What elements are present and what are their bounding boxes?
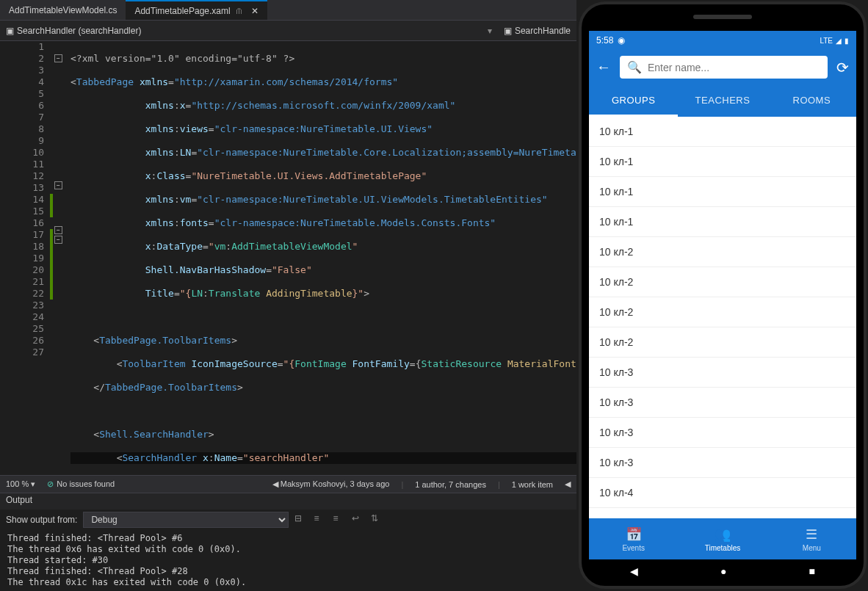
sync-icon[interactable]: ⟳ xyxy=(836,59,849,76)
output-toolbar: Show output from: Debug ⊟ ≡ ≡ ↩ ⇅ xyxy=(0,510,576,530)
list-item[interactable]: 10 кл-3 xyxy=(589,418,856,448)
android-statusbar: 5:58 ◉ LTE ◢ ▮ xyxy=(589,31,856,50)
output-content[interactable]: Thread finished: <Thread Pool> #6 The th… xyxy=(0,530,576,591)
object-icon: ▣ xyxy=(6,26,14,36)
network-label: LTE xyxy=(820,37,833,45)
codelens-workitem[interactable]: 1 work item xyxy=(512,480,553,489)
signal-icon: ◢ xyxy=(836,37,842,45)
ide-window: AddTimetableViewModel.cs AddTimetablePag… xyxy=(0,0,576,591)
outdent-icon[interactable]: ≡ xyxy=(333,513,346,526)
nav-scope-right[interactable]: ▣ SearchHandle xyxy=(498,24,576,37)
speaker-icon xyxy=(693,15,752,19)
items-list[interactable]: 10 кл-1 10 кл-1 10 кл-1 10 кл-1 10 кл-2 … xyxy=(589,117,856,518)
list-item[interactable]: 10 кл-2 xyxy=(589,327,856,358)
tab-teachers[interactable]: TEACHERS xyxy=(678,86,767,117)
tab-xaml[interactable]: AddTimetablePage.xaml ⫙ ✕ xyxy=(126,0,267,20)
list-item[interactable]: 10 кл-4 xyxy=(589,478,856,508)
list-item[interactable]: 10 кл-3 xyxy=(589,358,856,388)
clock: 5:58 xyxy=(596,35,613,46)
home-button[interactable]: ● xyxy=(720,565,726,577)
back-arrow-icon[interactable]: ← xyxy=(596,59,611,76)
debug-icon: ◉ xyxy=(618,35,625,46)
search-icon: 🔍 xyxy=(627,60,642,74)
output-line: The thread 0x1c has exited with code 0 (… xyxy=(7,577,569,588)
nav-events[interactable]: 📅 Events xyxy=(589,518,678,559)
list-item[interactable]: 10 кл-2 xyxy=(589,267,856,297)
codelens-author[interactable]: ◀ Maksym Koshovyi, 3 days ago xyxy=(272,479,390,489)
tab-viewmodel[interactable]: AddTimetableViewModel.cs xyxy=(0,0,126,20)
wordwrap-icon[interactable]: ↩ xyxy=(352,513,365,526)
android-emulator: 5:58 ◉ LTE ◢ ▮ ← 🔍 ⟳ GROUPS TEACHERS xyxy=(579,1,867,589)
code-editor[interactable]: 1234567891011121314151617181920212223242… xyxy=(0,41,576,475)
menu-icon: ☰ xyxy=(806,526,817,543)
list-item[interactable]: 10 кл-1 xyxy=(589,177,856,207)
code-content[interactable]: <?xml version="1.0" encoding="utf-8" ?> … xyxy=(66,41,576,475)
output-source-select[interactable]: Debug xyxy=(83,512,289,528)
calendar-icon: 📅 xyxy=(626,526,642,543)
list-item[interactable]: 10 кл-4 xyxy=(589,508,856,518)
tab-rooms[interactable]: ROOMS xyxy=(767,86,856,117)
issues-status[interactable]: ⊘No issues found xyxy=(47,479,115,489)
list-item[interactable]: 10 кл-3 xyxy=(589,448,856,478)
nav-scope-left[interactable]: ▣ SearchHandler (searchHandler) ▾ xyxy=(0,24,498,37)
list-item[interactable]: 10 кл-1 xyxy=(589,147,856,177)
fold-icon[interactable]: − xyxy=(54,236,62,244)
clear-icon[interactable]: ⊟ xyxy=(294,513,308,526)
output-line: Thread started: #30 xyxy=(7,555,569,566)
battery-icon: ▮ xyxy=(845,37,849,45)
app-header: ← 🔍 ⟳ xyxy=(589,50,856,86)
output-line: Thread finished: <Thread Pool> #6 xyxy=(7,533,569,544)
list-item[interactable]: 10 кл-1 xyxy=(589,117,856,147)
nav-timetables[interactable]: 👥 Timetables xyxy=(678,518,767,559)
list-item[interactable]: 10 кл-2 xyxy=(589,297,856,327)
android-system-nav: ◀ ● ■ xyxy=(589,561,856,581)
search-input[interactable] xyxy=(648,62,820,73)
chevron-down-icon: ▾ xyxy=(488,26,492,36)
bottom-nav: 📅 Events 👥 Timetables ☰ Menu xyxy=(589,518,856,559)
codelens-changes[interactable]: 1 author, 7 changes xyxy=(415,480,486,489)
back-button[interactable]: ◀ xyxy=(630,565,638,577)
output-title: Output xyxy=(0,493,576,510)
list-item[interactable]: 10 кл-2 xyxy=(589,237,856,267)
tab-groups[interactable]: GROUPS xyxy=(589,86,678,117)
search-box[interactable]: 🔍 xyxy=(620,56,828,79)
nav-menu[interactable]: ☰ Menu xyxy=(767,518,856,559)
device-screen: 5:58 ◉ LTE ◢ ▮ ← 🔍 ⟳ GROUPS TEACHERS xyxy=(589,31,856,559)
fold-icon[interactable]: − xyxy=(54,226,62,234)
people-icon: 👥 xyxy=(715,526,731,543)
output-panel: Output Show output from: Debug ⊟ ≡ ≡ ↩ ⇅… xyxy=(0,493,576,591)
zoom-level[interactable]: 100 % ▾ xyxy=(6,479,35,489)
toggle-icon[interactable]: ⇅ xyxy=(371,513,384,526)
editor-status-bar: 100 % ▾ ⊘No issues found ◀ Maksym Koshov… xyxy=(0,475,576,493)
list-item[interactable]: 10 кл-1 xyxy=(589,207,856,237)
object-icon: ▣ xyxy=(504,26,512,36)
document-tabs: AddTimetableViewModel.cs AddTimetablePag… xyxy=(0,0,576,21)
fold-icon[interactable]: − xyxy=(54,181,62,189)
indent-icon[interactable]: ≡ xyxy=(314,513,327,526)
line-numbers: 1234567891011121314151617181920212223242… xyxy=(0,41,50,475)
recent-button[interactable]: ■ xyxy=(809,565,815,577)
close-icon[interactable]: ✕ xyxy=(251,6,258,16)
list-item[interactable]: 10 кл-3 xyxy=(589,388,856,418)
output-line: The thread 0x6 has exited with code 0 (0… xyxy=(7,544,569,555)
navigation-bar: ▣ SearchHandler (searchHandler) ▾ ▣ Sear… xyxy=(0,21,576,41)
pin-icon[interactable]: ⫙ xyxy=(235,6,244,16)
fold-icon[interactable]: − xyxy=(54,54,62,62)
output-source-label: Show output from: xyxy=(6,515,77,525)
scroll-left-icon[interactable]: ◀ xyxy=(565,479,571,489)
app-tabs: GROUPS TEACHERS ROOMS xyxy=(589,86,856,117)
output-line: Thread finished: <Thread Pool> #28 xyxy=(7,566,569,577)
fold-column: − − − − xyxy=(53,41,66,475)
